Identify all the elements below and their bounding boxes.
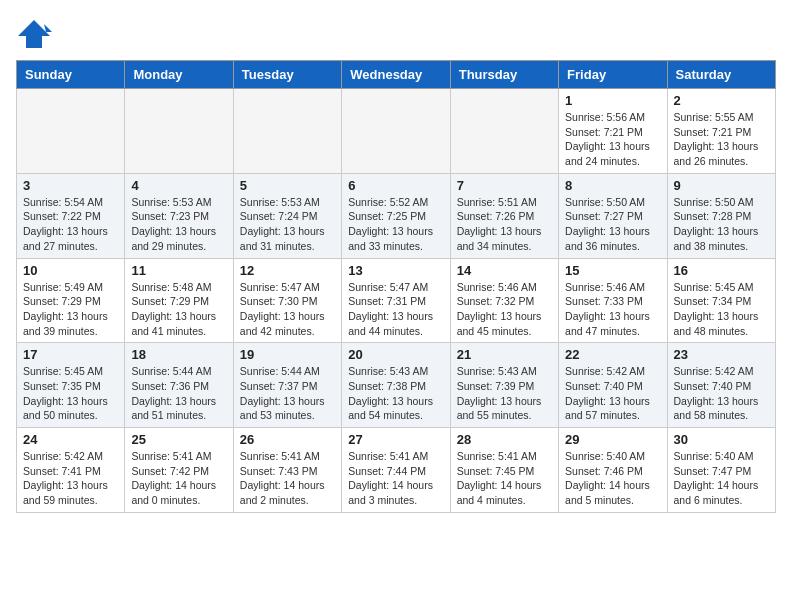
calendar-cell — [342, 89, 450, 174]
calendar-cell: 26Sunrise: 5:41 AM Sunset: 7:43 PM Dayli… — [233, 428, 341, 513]
day-info: Sunrise: 5:53 AM Sunset: 7:24 PM Dayligh… — [240, 195, 335, 254]
calendar-cell: 7Sunrise: 5:51 AM Sunset: 7:26 PM Daylig… — [450, 173, 558, 258]
calendar-cell: 3Sunrise: 5:54 AM Sunset: 7:22 PM Daylig… — [17, 173, 125, 258]
calendar-cell: 9Sunrise: 5:50 AM Sunset: 7:28 PM Daylig… — [667, 173, 775, 258]
calendar-cell: 8Sunrise: 5:50 AM Sunset: 7:27 PM Daylig… — [559, 173, 667, 258]
day-info: Sunrise: 5:40 AM Sunset: 7:47 PM Dayligh… — [674, 449, 769, 508]
day-info: Sunrise: 5:52 AM Sunset: 7:25 PM Dayligh… — [348, 195, 443, 254]
calendar-cell: 16Sunrise: 5:45 AM Sunset: 7:34 PM Dayli… — [667, 258, 775, 343]
day-info: Sunrise: 5:54 AM Sunset: 7:22 PM Dayligh… — [23, 195, 118, 254]
day-info: Sunrise: 5:47 AM Sunset: 7:30 PM Dayligh… — [240, 280, 335, 339]
day-info: Sunrise: 5:47 AM Sunset: 7:31 PM Dayligh… — [348, 280, 443, 339]
day-info: Sunrise: 5:41 AM Sunset: 7:43 PM Dayligh… — [240, 449, 335, 508]
day-info: Sunrise: 5:40 AM Sunset: 7:46 PM Dayligh… — [565, 449, 660, 508]
calendar-week-5: 24Sunrise: 5:42 AM Sunset: 7:41 PM Dayli… — [17, 428, 776, 513]
svg-marker-0 — [18, 20, 50, 48]
logo — [16, 16, 54, 52]
calendar-cell: 25Sunrise: 5:41 AM Sunset: 7:42 PM Dayli… — [125, 428, 233, 513]
day-number: 7 — [457, 178, 552, 193]
day-number: 20 — [348, 347, 443, 362]
calendar-cell — [450, 89, 558, 174]
calendar-cell: 13Sunrise: 5:47 AM Sunset: 7:31 PM Dayli… — [342, 258, 450, 343]
day-info: Sunrise: 5:41 AM Sunset: 7:45 PM Dayligh… — [457, 449, 552, 508]
calendar-cell: 29Sunrise: 5:40 AM Sunset: 7:46 PM Dayli… — [559, 428, 667, 513]
calendar-cell: 6Sunrise: 5:52 AM Sunset: 7:25 PM Daylig… — [342, 173, 450, 258]
day-info: Sunrise: 5:55 AM Sunset: 7:21 PM Dayligh… — [674, 110, 769, 169]
day-number: 11 — [131, 263, 226, 278]
calendar-cell: 22Sunrise: 5:42 AM Sunset: 7:40 PM Dayli… — [559, 343, 667, 428]
calendar-cell: 11Sunrise: 5:48 AM Sunset: 7:29 PM Dayli… — [125, 258, 233, 343]
calendar-cell: 10Sunrise: 5:49 AM Sunset: 7:29 PM Dayli… — [17, 258, 125, 343]
calendar-cell: 4Sunrise: 5:53 AM Sunset: 7:23 PM Daylig… — [125, 173, 233, 258]
day-info: Sunrise: 5:44 AM Sunset: 7:37 PM Dayligh… — [240, 364, 335, 423]
col-header-saturday: Saturday — [667, 61, 775, 89]
col-header-friday: Friday — [559, 61, 667, 89]
day-info: Sunrise: 5:53 AM Sunset: 7:23 PM Dayligh… — [131, 195, 226, 254]
day-number: 9 — [674, 178, 769, 193]
day-info: Sunrise: 5:45 AM Sunset: 7:34 PM Dayligh… — [674, 280, 769, 339]
day-number: 22 — [565, 347, 660, 362]
day-info: Sunrise: 5:44 AM Sunset: 7:36 PM Dayligh… — [131, 364, 226, 423]
col-header-monday: Monday — [125, 61, 233, 89]
calendar-header-row: SundayMondayTuesdayWednesdayThursdayFrid… — [17, 61, 776, 89]
calendar-cell: 1Sunrise: 5:56 AM Sunset: 7:21 PM Daylig… — [559, 89, 667, 174]
calendar-cell: 5Sunrise: 5:53 AM Sunset: 7:24 PM Daylig… — [233, 173, 341, 258]
day-info: Sunrise: 5:43 AM Sunset: 7:39 PM Dayligh… — [457, 364, 552, 423]
day-number: 28 — [457, 432, 552, 447]
day-number: 10 — [23, 263, 118, 278]
day-number: 29 — [565, 432, 660, 447]
calendar-cell: 15Sunrise: 5:46 AM Sunset: 7:33 PM Dayli… — [559, 258, 667, 343]
calendar-cell: 18Sunrise: 5:44 AM Sunset: 7:36 PM Dayli… — [125, 343, 233, 428]
day-info: Sunrise: 5:41 AM Sunset: 7:44 PM Dayligh… — [348, 449, 443, 508]
day-number: 12 — [240, 263, 335, 278]
day-number: 27 — [348, 432, 443, 447]
calendar-week-2: 3Sunrise: 5:54 AM Sunset: 7:22 PM Daylig… — [17, 173, 776, 258]
calendar-cell: 19Sunrise: 5:44 AM Sunset: 7:37 PM Dayli… — [233, 343, 341, 428]
day-number: 8 — [565, 178, 660, 193]
col-header-sunday: Sunday — [17, 61, 125, 89]
calendar-cell: 14Sunrise: 5:46 AM Sunset: 7:32 PM Dayli… — [450, 258, 558, 343]
day-number: 15 — [565, 263, 660, 278]
day-number: 3 — [23, 178, 118, 193]
calendar-cell: 21Sunrise: 5:43 AM Sunset: 7:39 PM Dayli… — [450, 343, 558, 428]
day-number: 21 — [457, 347, 552, 362]
day-number: 2 — [674, 93, 769, 108]
day-number: 13 — [348, 263, 443, 278]
day-number: 23 — [674, 347, 769, 362]
day-number: 1 — [565, 93, 660, 108]
col-header-wednesday: Wednesday — [342, 61, 450, 89]
calendar-cell: 23Sunrise: 5:42 AM Sunset: 7:40 PM Dayli… — [667, 343, 775, 428]
calendar-week-4: 17Sunrise: 5:45 AM Sunset: 7:35 PM Dayli… — [17, 343, 776, 428]
calendar-cell: 30Sunrise: 5:40 AM Sunset: 7:47 PM Dayli… — [667, 428, 775, 513]
col-header-tuesday: Tuesday — [233, 61, 341, 89]
calendar-table: SundayMondayTuesdayWednesdayThursdayFrid… — [16, 60, 776, 513]
day-number: 26 — [240, 432, 335, 447]
col-header-thursday: Thursday — [450, 61, 558, 89]
page-header — [16, 16, 776, 52]
day-info: Sunrise: 5:42 AM Sunset: 7:40 PM Dayligh… — [565, 364, 660, 423]
calendar-cell: 28Sunrise: 5:41 AM Sunset: 7:45 PM Dayli… — [450, 428, 558, 513]
calendar-cell — [233, 89, 341, 174]
calendar-week-1: 1Sunrise: 5:56 AM Sunset: 7:21 PM Daylig… — [17, 89, 776, 174]
day-info: Sunrise: 5:50 AM Sunset: 7:28 PM Dayligh… — [674, 195, 769, 254]
day-number: 30 — [674, 432, 769, 447]
svg-marker-1 — [44, 24, 52, 32]
day-number: 17 — [23, 347, 118, 362]
day-info: Sunrise: 5:46 AM Sunset: 7:33 PM Dayligh… — [565, 280, 660, 339]
day-number: 18 — [131, 347, 226, 362]
day-info: Sunrise: 5:50 AM Sunset: 7:27 PM Dayligh… — [565, 195, 660, 254]
calendar-cell: 20Sunrise: 5:43 AM Sunset: 7:38 PM Dayli… — [342, 343, 450, 428]
day-info: Sunrise: 5:42 AM Sunset: 7:41 PM Dayligh… — [23, 449, 118, 508]
calendar-cell: 17Sunrise: 5:45 AM Sunset: 7:35 PM Dayli… — [17, 343, 125, 428]
day-number: 19 — [240, 347, 335, 362]
calendar-week-3: 10Sunrise: 5:49 AM Sunset: 7:29 PM Dayli… — [17, 258, 776, 343]
day-number: 16 — [674, 263, 769, 278]
day-info: Sunrise: 5:45 AM Sunset: 7:35 PM Dayligh… — [23, 364, 118, 423]
day-info: Sunrise: 5:41 AM Sunset: 7:42 PM Dayligh… — [131, 449, 226, 508]
day-info: Sunrise: 5:42 AM Sunset: 7:40 PM Dayligh… — [674, 364, 769, 423]
day-number: 25 — [131, 432, 226, 447]
day-info: Sunrise: 5:46 AM Sunset: 7:32 PM Dayligh… — [457, 280, 552, 339]
day-info: Sunrise: 5:48 AM Sunset: 7:29 PM Dayligh… — [131, 280, 226, 339]
day-number: 5 — [240, 178, 335, 193]
day-number: 24 — [23, 432, 118, 447]
